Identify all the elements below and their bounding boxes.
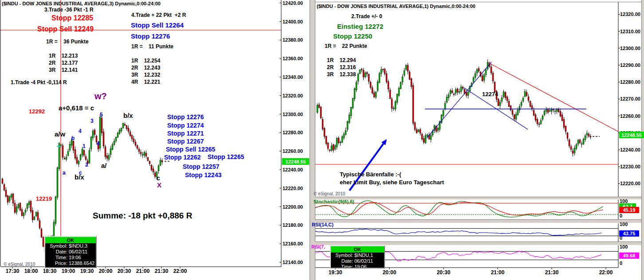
chart-annotation: Stopp 12276 xyxy=(167,114,204,120)
indicator-label: Stochastic(9(6),6) xyxy=(314,199,354,204)
tooltip-ok-header[interactable]: OK xyxy=(331,246,384,253)
chart-annotation: 1.Trade -4 Pkt -0,114 R xyxy=(11,80,67,85)
left-price-label: 12240.00 xyxy=(283,167,303,172)
splitter-rsi14[interactable] xyxy=(315,219,641,223)
right-chart-title: ($INDU - DOW JONES INDUSTRIAL AVERAGE,1)… xyxy=(317,4,475,9)
trend-line xyxy=(427,62,491,138)
left-candles xyxy=(2,114,163,253)
tooltip-row: Date:06/02/11 xyxy=(331,258,384,264)
left-price-label: 12220.00 xyxy=(283,186,303,191)
tooltip-body: Symbol:$INDU,3Date:06/02/11Time:19:06Pri… xyxy=(45,243,96,266)
data-tooltip-right[interactable]: OK Symbol:$INDU,1Date:06/02/11Time:19:06 xyxy=(330,245,385,268)
oscillator-series xyxy=(313,229,601,236)
chart-annotation: 2.Trade +/- 0 xyxy=(351,14,382,19)
esignal-workspace: ($INDU - DOW JONES INDUSTRIAL AVERAGE,3)… xyxy=(0,0,644,280)
right-time-label: 21:30 xyxy=(542,269,562,276)
indicator-value-badge: 43.75 xyxy=(619,230,639,237)
chart-annotation: 12274 xyxy=(482,91,498,97)
left-price-label: 12260.00 xyxy=(283,148,303,154)
chart-annotation: Typische Bärenfalle :-( xyxy=(340,171,401,177)
left-price-label: 12360.00 xyxy=(283,56,303,61)
chart-annotation: 12292 xyxy=(29,109,45,114)
left-time-label: 17:30 xyxy=(3,268,22,274)
left-price-label: 12400.00 xyxy=(283,19,303,24)
tooltip-row: Date:06/02/11 xyxy=(45,249,96,255)
chart-annotation: 2 xyxy=(85,162,88,167)
tooltip-row: Time:19:06 xyxy=(45,255,96,261)
chart-annotation: 5 xyxy=(100,112,103,117)
left-price-label: 12340.00 xyxy=(283,74,303,80)
tooltip-ok-header[interactable]: OK xyxy=(45,237,96,243)
indicator-value-badge: 45.19 xyxy=(619,207,639,213)
chart-annotation: 1R = 36 Punkte xyxy=(46,39,89,44)
chart-annotation: Stopp Sell 12265 xyxy=(166,146,215,152)
chart-annotation: Stopp Sell 12264 xyxy=(131,22,184,28)
right-price-label: 12230.00 xyxy=(620,164,640,169)
left-price-label: 12280.00 xyxy=(283,130,303,135)
right-price-label: 12290.00 xyxy=(620,62,640,68)
chart-annotation: c xyxy=(157,175,160,181)
chart-annotation: Stopp Sell 12249 xyxy=(37,26,94,33)
chart-annotation: 1 xyxy=(82,144,86,149)
indicator-axis-hi: 100 xyxy=(620,222,628,227)
right-last-price-badge: 12248.55 xyxy=(619,132,644,138)
left-chart-title: ($INDU - DOW JONES INDUSTRIAL AVERAGE,3)… xyxy=(2,1,161,6)
chart-annotation: Stopp 12250 xyxy=(333,33,372,39)
left-time-label: 20:00 xyxy=(96,268,115,274)
chart-annotation: a/w xyxy=(55,131,65,137)
chart-annotation: 4R 12.221 xyxy=(131,79,160,85)
chart-annotation: Stopp 12276 xyxy=(131,33,170,39)
chart-annotation: 3R 12.232 xyxy=(131,72,160,78)
chart-annotation: 4 xyxy=(97,141,100,146)
chart-annotation: Stopp 12271 xyxy=(167,130,204,136)
left-price-label: 12420.00 xyxy=(283,0,303,6)
chart-annotation: Stopp 12265 xyxy=(208,154,244,160)
right-copyright: © eSignal, 2010 xyxy=(314,191,345,196)
right-time-label: 20:00 xyxy=(380,269,399,276)
right-price-label: 12300.00 xyxy=(620,46,640,51)
right-price-label: 12310.00 xyxy=(620,29,640,34)
chart-annotation: 12219 xyxy=(36,196,52,202)
right-time-label: 22:00 xyxy=(596,269,616,276)
splitter-stochastic[interactable] xyxy=(315,197,641,200)
right-price-label: 12260.00 xyxy=(620,113,640,119)
data-tooltip-left[interactable]: OK Symbol:$INDU,3Date:06/02/11Time:19:06… xyxy=(44,236,97,268)
right-panel-top-border xyxy=(315,2,641,2)
left-time-label: 22:00 xyxy=(170,268,190,274)
tooltip-row: Symbol:$INDU,3 xyxy=(45,243,96,249)
chart-annotation: a/ xyxy=(101,162,107,169)
panel-splitter[interactable] xyxy=(310,0,315,280)
indicator-label: RSI(14,C) xyxy=(312,222,334,227)
tooltip-body: Symbol:$INDU,1Date:06/02/11Time:19:06 xyxy=(331,253,384,268)
chart-annotation: 1R 12.294 xyxy=(327,58,356,63)
chart-annotation: b/x xyxy=(75,174,84,180)
left-last-price-badge: 12248.55 xyxy=(282,158,309,165)
left-price-label: 12140.00 xyxy=(283,260,303,265)
right-price-label: 12320.00 xyxy=(620,12,640,17)
chart-annotation: 1R 12.213 xyxy=(49,53,78,58)
chart-annotation: b xyxy=(71,136,75,141)
left-price-label: 12380.00 xyxy=(283,37,303,43)
window-right-edge xyxy=(641,0,644,280)
right-time-label: 19:30 xyxy=(326,269,345,276)
oscillator-series xyxy=(313,202,603,215)
chart-annotation: 3R 12.141 xyxy=(49,67,78,73)
chart-annotation: 1R = 11 Punkte xyxy=(131,44,173,49)
chart-annotation: Stopp 12243 xyxy=(185,172,221,178)
chart-annotation: 2R 12.243 xyxy=(131,65,160,70)
left-copyright: © eSignal, 2010 xyxy=(4,262,35,267)
left-time-label: 20:30 xyxy=(114,268,134,274)
left-time-label: 18:30 xyxy=(40,268,59,274)
splitter-rsi7[interactable] xyxy=(315,241,641,245)
left-time-label: 21:00 xyxy=(133,268,153,274)
indicator-axis-hi: 100 xyxy=(620,244,628,249)
chart-annotation: eher Limit Buy, siehe Euro Tageschart xyxy=(340,179,444,185)
right-price-label: 12280.00 xyxy=(620,79,640,85)
chart-annotation: X xyxy=(157,182,161,188)
chart-annotation: 2R 12.316 xyxy=(327,65,356,70)
tooltip-row: Symbol:$INDU,1 xyxy=(331,253,384,258)
right-price-label: 12220.00 xyxy=(620,181,640,186)
right-time-label: 20:30 xyxy=(434,269,453,276)
chart-annotation: 4 xyxy=(79,128,82,134)
left-price-label: 12300.00 xyxy=(283,112,303,117)
